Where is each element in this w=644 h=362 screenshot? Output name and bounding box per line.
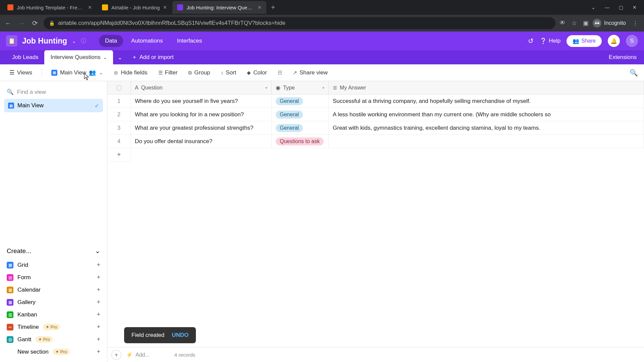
- info-icon[interactable]: ⓘ: [81, 38, 86, 45]
- create-kanban[interactable]: ▥Kanban+: [4, 308, 103, 321]
- select-all-checkbox[interactable]: [107, 81, 131, 94]
- tab-interfaces[interactable]: Interfaces: [171, 35, 208, 47]
- help-icon: ❔: [540, 38, 547, 45]
- help-button[interactable]: ❔ Help: [540, 38, 560, 45]
- share-view-button[interactable]: ↗Share view: [289, 67, 332, 78]
- table-row[interactable]: 1Where do you see yourself in five years…: [107, 95, 644, 108]
- add-table-button[interactable]: + Add or import: [127, 54, 180, 61]
- footer-quick-add[interactable]: ⚡Add...: [126, 352, 150, 358]
- incognito-icon: 🕶: [593, 19, 601, 27]
- column-header-type[interactable]: ◉Type▾: [272, 81, 329, 94]
- table-row[interactable]: 3What are your greatest professional str…: [107, 121, 644, 135]
- chevron-down-icon[interactable]: ⌄: [72, 38, 76, 44]
- cell-question[interactable]: Where do you see yourself in five years?: [131, 95, 272, 108]
- table-tab-job-leads[interactable]: Job Leads: [6, 50, 44, 64]
- filter-button[interactable]: ☰Filter: [154, 67, 182, 78]
- close-window-button[interactable]: ✕: [633, 5, 637, 10]
- color-icon: ◆: [247, 70, 251, 76]
- row-number: 3: [107, 121, 131, 134]
- views-toggle[interactable]: ☰ Views: [6, 67, 36, 78]
- undo-button[interactable]: UNDO: [172, 332, 189, 339]
- row-number: 1: [107, 95, 131, 108]
- tab-list-button[interactable]: ⌄: [591, 5, 595, 10]
- column-label: Type: [283, 85, 295, 91]
- reload-button[interactable]: ⟳: [30, 19, 40, 27]
- tab-data[interactable]: Data: [99, 35, 123, 47]
- create-form[interactable]: ▤Form+: [4, 271, 103, 284]
- notifications-button[interactable]: 🔔: [608, 35, 620, 47]
- add-row-button[interactable]: +: [107, 148, 131, 162]
- close-icon[interactable]: ✕: [258, 5, 262, 10]
- browser-tab[interactable]: Airtable - Job Hunting ✕: [97, 1, 172, 14]
- search-button[interactable]: 🔍: [630, 69, 638, 77]
- favicon-icon: [7, 4, 13, 10]
- view-item-main[interactable]: ▦ Main View ✓: [4, 99, 103, 112]
- column-header-question[interactable]: AQuestion▾: [131, 81, 272, 94]
- incognito-chip[interactable]: 🕶 Incognito: [593, 19, 626, 27]
- row-height-button[interactable]: ☷: [274, 68, 286, 78]
- close-icon[interactable]: ✕: [88, 5, 92, 10]
- cell-type[interactable]: General: [272, 108, 329, 121]
- create-gantt[interactable]: ▤Gantt✦ Pro+: [4, 333, 103, 346]
- browser-tab-active[interactable]: Job Hunting: Interview Questions ✕: [172, 1, 266, 14]
- share-button[interactable]: 👥 Share: [567, 35, 602, 47]
- cell-answer[interactable]: Successful at a thriving company, and ho…: [329, 95, 644, 108]
- create-timeline[interactable]: ═Timeline✦ Pro+: [4, 321, 103, 333]
- table-tab-interview-questions[interactable]: Interview Questions ⌄: [44, 50, 113, 64]
- table-list-dropdown[interactable]: ⌄: [113, 54, 127, 61]
- divider: [42, 69, 42, 77]
- footer-add-button[interactable]: +: [111, 350, 121, 360]
- bookmark-icon[interactable]: ☆: [572, 19, 577, 27]
- create-new-section[interactable]: New section✦ Pro+: [4, 346, 103, 358]
- cell-question[interactable]: What are you looking for in a new positi…: [131, 108, 272, 121]
- maximize-button[interactable]: ▢: [619, 5, 623, 10]
- eye-off-icon[interactable]: 👁: [559, 19, 566, 27]
- back-button[interactable]: ←: [3, 19, 13, 27]
- history-icon[interactable]: ↺: [528, 37, 534, 45]
- close-icon[interactable]: ✕: [163, 5, 167, 10]
- color-button[interactable]: ◆Color: [243, 67, 271, 78]
- tab-automations[interactable]: Automations: [125, 35, 169, 47]
- create-calendar[interactable]: ▦Calendar+: [4, 284, 103, 296]
- cell-type[interactable]: General: [272, 95, 329, 108]
- chevron-down-icon[interactable]: ⌄: [103, 55, 107, 60]
- view-item-label: Main View: [17, 102, 44, 109]
- minimize-button[interactable]: —: [605, 5, 609, 10]
- sort-icon: ↕: [221, 70, 224, 75]
- forward-button[interactable]: →: [17, 19, 26, 27]
- avatar[interactable]: S: [626, 35, 638, 47]
- create-grid[interactable]: ▦Grid+: [4, 259, 103, 271]
- cell-question[interactable]: What are your greatest professional stre…: [131, 121, 272, 134]
- extensions-button[interactable]: Extensions: [601, 54, 644, 61]
- chevron-down-icon[interactable]: ▾: [322, 85, 324, 90]
- grid-area: AQuestion▾ ◉Type▾ ≣My Answer 1Where do y…: [107, 81, 644, 362]
- column-header-answer[interactable]: ≣My Answer: [329, 81, 644, 94]
- cell-answer[interactable]: Great with kids, gymnastics training, ex…: [329, 121, 644, 134]
- table-row[interactable]: 4Do you offer dental insurance?Questions…: [107, 135, 644, 148]
- address-bar[interactable]: 🔒 airtable.com/appNMajdd0Nt3vo0X/tblhnnR…: [44, 17, 555, 29]
- base-name[interactable]: Job Hunting: [22, 37, 67, 46]
- table-row[interactable]: 2What are you looking for in a new posit…: [107, 108, 644, 121]
- group-button[interactable]: ⧉Group: [184, 67, 214, 78]
- panel-icon[interactable]: ▣: [583, 19, 589, 27]
- browser-menu-button[interactable]: ⋮: [630, 20, 641, 26]
- base-icon[interactable]: 📋: [6, 35, 17, 47]
- create-toggle[interactable]: Create... ⌄: [4, 243, 103, 259]
- sort-button[interactable]: ↕Sort: [217, 67, 240, 78]
- cell-answer[interactable]: A less hostile working environment than …: [329, 108, 644, 121]
- hide-fields-button[interactable]: ⦻Hide fields: [109, 67, 151, 78]
- cell-question[interactable]: Do you offer dental insurance?: [131, 135, 272, 148]
- chevron-down-icon[interactable]: ▾: [265, 85, 267, 90]
- share-icon: ↗: [293, 70, 297, 76]
- create-gallery[interactable]: ▦Gallery+: [4, 296, 103, 308]
- view-selector[interactable]: ▦ Main View 👥 ⌄: [48, 67, 107, 78]
- new-tab-button[interactable]: +: [267, 4, 279, 11]
- cell-type[interactable]: General: [272, 121, 329, 134]
- create-item-label: Gantt: [17, 336, 32, 343]
- find-view-input[interactable]: 🔍 Find a view: [4, 85, 103, 99]
- plus-icon: +: [97, 261, 100, 268]
- cell-type[interactable]: Questions to ask: [272, 135, 329, 148]
- tab-title: Airtable - Job Hunting: [111, 5, 160, 10]
- browser-tab[interactable]: Job Hunting Template - Free to U ✕: [3, 1, 97, 14]
- cell-answer[interactable]: [329, 135, 644, 148]
